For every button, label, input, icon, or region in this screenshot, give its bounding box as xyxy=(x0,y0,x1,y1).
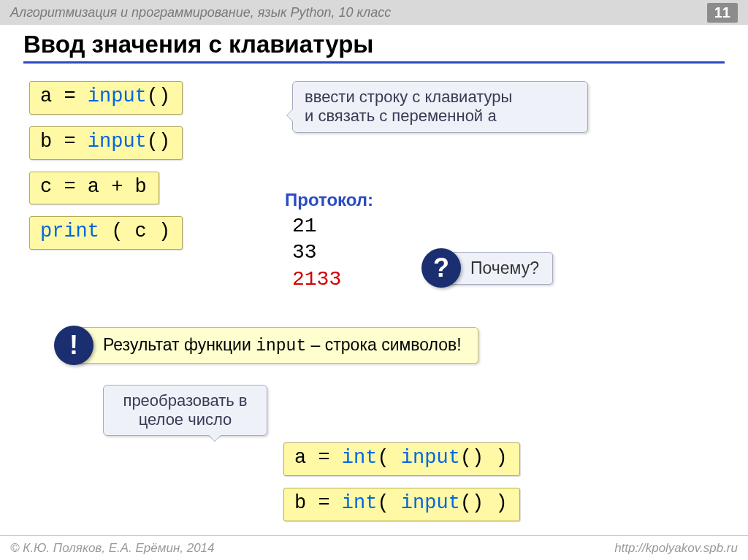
question-mark-icon: ? xyxy=(421,248,461,288)
callout-convert: преобразовать в целое число xyxy=(103,385,267,436)
callout-line2: и связать с переменной a xyxy=(305,107,576,126)
code-int-a: a = int( input() ) xyxy=(283,442,520,476)
code-print: print ( c ) xyxy=(29,216,183,250)
protocol-block: Протокол: 21 33 2133 xyxy=(285,190,373,293)
question-badge: ? Почему? xyxy=(421,248,553,288)
callout-input-description: ввести строку с клавиатуры и связать с п… xyxy=(292,81,588,133)
exclamation-mark-icon: ! xyxy=(54,326,94,365)
callout-line1: ввести строку с клавиатуры xyxy=(305,88,576,107)
convert-line2: целое число xyxy=(115,410,255,429)
slide-body: Ввод значения с клавиатуры a = input() b… xyxy=(0,25,748,257)
why-label: Почему? xyxy=(445,252,553,285)
code-int-b: b = int( input() ) xyxy=(283,488,520,521)
result-note: ! Результат функции input – строка симво… xyxy=(54,326,478,365)
protocol-values: 21 33 2133 xyxy=(292,213,373,293)
code-add: c = a + b xyxy=(29,172,159,205)
course-label: Алгоритмизация и программирование, язык … xyxy=(10,5,391,20)
protocol-v3: 2133 xyxy=(292,266,373,293)
copyright: © К.Ю. Поляков, Е.А. Ерёмин, 2014 xyxy=(10,541,215,556)
page-number: 11 xyxy=(707,3,738,23)
left-code-column: a = input() b = input() c = a + b print … xyxy=(23,77,250,257)
int-code-column: a = int( input() ) b = int( input() ) xyxy=(278,438,520,529)
footer-url: http://kpolyakov.spb.ru xyxy=(614,541,738,556)
slide-header: Алгоритмизация и программирование, язык … xyxy=(0,0,748,25)
protocol-label: Протокол: xyxy=(285,190,373,210)
convert-line1: преобразовать в xyxy=(115,391,255,410)
result-text: Результат функции input – строка символо… xyxy=(76,327,478,364)
protocol-v1: 21 xyxy=(292,213,373,239)
protocol-v2: 33 xyxy=(292,239,373,266)
code-input-a: a = input() xyxy=(29,81,183,115)
slide-title: Ввод значения с клавиатуры xyxy=(23,31,725,64)
slide-footer: © К.Ю. Поляков, Е.А. Ерёмин, 2014 http:/… xyxy=(0,535,748,560)
code-input-b: b = input() xyxy=(29,126,183,160)
